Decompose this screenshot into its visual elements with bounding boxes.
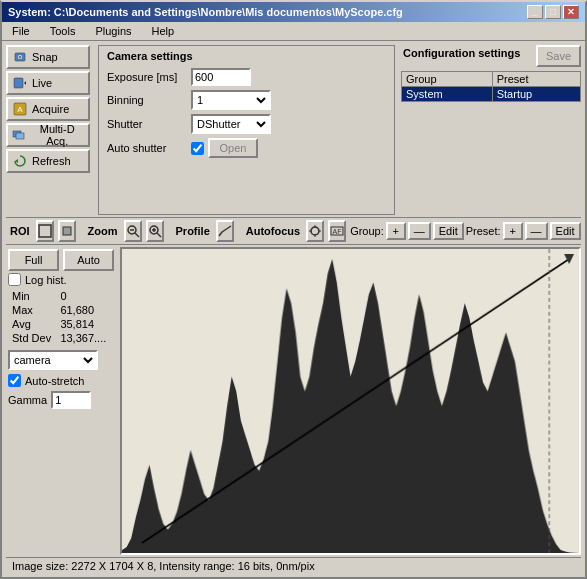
config-settings-title: Configuration settings: [401, 45, 522, 61]
group-edit-button[interactable]: Edit: [433, 222, 464, 240]
open-button[interactable]: Open: [208, 138, 258, 158]
auto-shutter-label: Auto shutter: [107, 142, 187, 154]
exposure-label: Exposure [ms]: [107, 71, 187, 83]
svg-rect-10: [39, 225, 51, 237]
profile-label: Profile: [176, 225, 210, 237]
svg-rect-11: [63, 227, 71, 235]
menu-tools[interactable]: Tools: [44, 24, 82, 38]
camera-settings-panel: Camera settings Exposure [ms] Binning 1 …: [98, 45, 395, 215]
auto-stretch-checkbox[interactable]: [8, 374, 21, 387]
toolbar-section: ROI Zoom Profile Autofocus: [6, 217, 581, 245]
auto-stretch-row: Auto-stretch: [8, 374, 114, 387]
roi-btn-1[interactable]: [36, 220, 54, 242]
autofocus-btn-2[interactable]: AF: [328, 220, 346, 242]
config-table: Group Preset System Startup: [401, 71, 581, 102]
stddev-value: 13,367....: [58, 332, 112, 344]
gamma-row: Gamma: [8, 391, 114, 409]
svg-text:A: A: [17, 105, 23, 114]
max-label: Max: [10, 304, 56, 316]
gamma-label: Gamma: [8, 394, 47, 406]
save-button[interactable]: Save: [536, 45, 581, 67]
preset-remove-button[interactable]: —: [525, 222, 548, 240]
svg-marker-4: [24, 81, 26, 85]
col-preset: Preset: [492, 72, 580, 87]
svg-line-16: [157, 233, 161, 237]
multi-d-icon: [12, 127, 26, 143]
autofocus-btn-1[interactable]: [306, 220, 324, 242]
bottom-section: Full Auto Log hist. Min 0 Max 61,680: [6, 247, 581, 555]
group-remove-button[interactable]: —: [408, 222, 431, 240]
svg-rect-3: [14, 78, 23, 88]
group-add-button[interactable]: +: [386, 222, 406, 240]
zoom-btn-2[interactable]: [146, 220, 164, 242]
min-value: 0: [58, 290, 112, 302]
auto-shutter-checkbox[interactable]: [191, 142, 204, 155]
camera-select[interactable]: camera: [8, 350, 98, 370]
shutter-select[interactable]: DShutter: [191, 114, 271, 134]
roi-btn-2[interactable]: [58, 220, 76, 242]
row-preset: Startup: [492, 87, 580, 102]
group-label: Group:: [350, 225, 384, 237]
zoom-btn-1[interactable]: [124, 220, 142, 242]
row-group: System: [402, 87, 493, 102]
gamma-input[interactable]: [51, 391, 91, 409]
max-value: 61,680: [58, 304, 112, 316]
menu-help[interactable]: Help: [146, 24, 181, 38]
auto-stretch-label: Auto-stretch: [25, 375, 84, 387]
exposure-input[interactable]: [191, 68, 251, 86]
group-preset-controls: Group: + — Edit Preset: + — Edit: [350, 222, 580, 240]
close-button[interactable]: ✕: [563, 5, 579, 19]
avg-label: Avg: [10, 318, 56, 330]
avg-value: 35,814: [58, 318, 112, 330]
menubar: File Tools Plugins Help: [2, 22, 585, 41]
stats-table: Min 0 Max 61,680 Avg 35,814 Std Dev 13,3…: [8, 288, 114, 346]
exposure-row: Exposure [ms]: [107, 68, 386, 86]
preset-add-button[interactable]: +: [503, 222, 523, 240]
camera-settings-title: Camera settings: [107, 50, 386, 62]
full-button[interactable]: Full: [8, 249, 59, 271]
live-button[interactable]: Live: [6, 71, 90, 95]
live-label: Live: [32, 77, 52, 89]
col-group: Group: [402, 72, 493, 87]
multi-d-button[interactable]: Multi-D Acq.: [6, 123, 90, 147]
svg-line-13: [135, 233, 139, 237]
live-icon: [12, 75, 28, 91]
left-panel: Full Auto Log hist. Min 0 Max 61,680: [6, 247, 116, 555]
menu-plugins[interactable]: Plugins: [89, 24, 137, 38]
table-row[interactable]: System Startup: [402, 87, 581, 102]
binning-select[interactable]: 1 2 4: [191, 90, 271, 110]
refresh-label: Refresh: [32, 155, 71, 167]
minimize-button[interactable]: _: [527, 5, 543, 19]
histogram-canvas: [122, 249, 579, 553]
status-text: Image size: 2272 X 1704 X 8, Intensity r…: [12, 560, 315, 572]
avg-row: Avg 35,814: [10, 318, 112, 330]
acquire-button[interactable]: A Acquire: [6, 97, 90, 121]
snap-icon: [12, 49, 28, 65]
svg-point-19: [311, 227, 319, 235]
titlebar: System: C:\Documents and Settings\Nombre…: [2, 2, 585, 22]
acquire-label: Acquire: [32, 103, 69, 115]
full-auto-row: Full Auto: [8, 249, 114, 271]
preset-edit-button[interactable]: Edit: [550, 222, 581, 240]
profile-btn[interactable]: [216, 220, 234, 242]
restore-button[interactable]: □: [545, 5, 561, 19]
snap-button[interactable]: Snap: [6, 45, 90, 69]
menu-file[interactable]: File: [6, 24, 36, 38]
svg-rect-8: [16, 133, 24, 139]
max-row: Max 61,680: [10, 304, 112, 316]
shutter-label: Shutter: [107, 118, 187, 130]
svg-point-2: [19, 56, 22, 59]
svg-text:AF: AF: [333, 228, 342, 235]
log-hist-checkbox[interactable]: [8, 273, 21, 286]
shutter-row: Shutter DShutter: [107, 114, 386, 134]
min-label: Min: [10, 290, 56, 302]
window-title: System: C:\Documents and Settings\Nombre…: [8, 6, 403, 18]
refresh-button[interactable]: Refresh: [6, 149, 90, 173]
refresh-icon: [12, 153, 28, 169]
zoom-label: Zoom: [88, 225, 118, 237]
acquire-icon: A: [12, 101, 28, 117]
window-controls: _ □ ✕: [527, 5, 579, 19]
auto-button[interactable]: Auto: [63, 249, 114, 271]
binning-row: Binning 1 2 4: [107, 90, 386, 110]
top-section: Snap Live A Acquire: [6, 45, 581, 215]
